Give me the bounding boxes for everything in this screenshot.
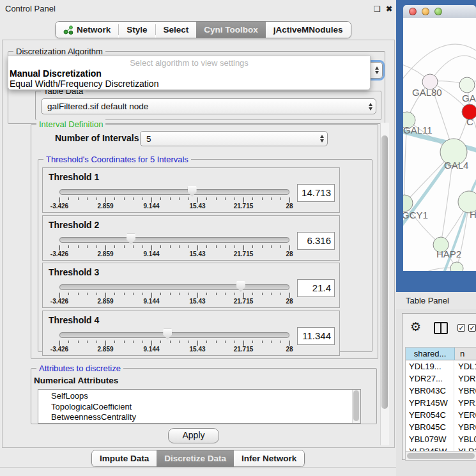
- gear-icon[interactable]: ⚙: [410, 321, 421, 333]
- table-row[interactable]: YBL079W YBL0: [406, 433, 476, 445]
- threshold-slider[interactable]: [59, 189, 289, 195]
- minimize-traffic-light[interactable]: [422, 8, 429, 15]
- slider-ticks: [59, 245, 289, 250]
- close-icon[interactable]: ✖: [386, 4, 392, 13]
- threshold-value[interactable]: 14.713: [297, 184, 335, 202]
- dropdown-item-manual-discretization[interactable]: Manual Discretization: [8, 68, 370, 79]
- tab-style[interactable]: Style: [119, 22, 155, 38]
- bottom-tab-bar: Impute Data Discretize Data Infer Networ…: [91, 450, 305, 467]
- slider-track[interactable]: [59, 237, 289, 243]
- tab-network[interactable]: Network: [56, 22, 118, 38]
- panel-title: Control Panel: [5, 4, 56, 13]
- threshold-value[interactable]: 21.4: [297, 279, 335, 297]
- slider-ticks: [59, 293, 289, 298]
- main-scrollbar[interactable]: [380, 123, 389, 445]
- network-node-label: GAL4: [444, 160, 468, 171]
- close-traffic-light[interactable]: [409, 8, 417, 15]
- network-canvas: GAL80GACGAL11GAL4GCY1HHAP2: [403, 18, 476, 271]
- network-node-node-top-right[interactable]: [459, 77, 475, 93]
- table-row[interactable]: YBR045C YBR0: [406, 421, 476, 433]
- table-data-combobox[interactable]: galFiltered.sif default node: [41, 98, 376, 114]
- checkbox-icon[interactable]: ✓: [457, 324, 465, 332]
- table-header-row: shared... n: [406, 348, 476, 360]
- threshold-label: Threshold 1: [49, 172, 99, 182]
- threshold-slider[interactable]: [59, 284, 289, 290]
- threshold-slider[interactable]: [59, 237, 289, 243]
- tab-select[interactable]: Select: [156, 22, 197, 38]
- table-cell-shared-name: YBL079W: [406, 433, 454, 445]
- column-header-name[interactable]: n: [455, 348, 476, 360]
- tab-discretize-data[interactable]: Discretize Data: [157, 450, 234, 466]
- dropdown-placeholder-item[interactable]: Select algorithm to view settings: [8, 58, 370, 68]
- slider-ticks: [59, 341, 289, 346]
- slider-track[interactable]: [59, 189, 289, 195]
- table-panel-box: ⚙ ✓ ✓ shared... n YDL19... YDL1 YDR27...…: [402, 313, 476, 460]
- network-node-label: GA: [462, 93, 476, 104]
- attributes-list-scrollbar[interactable]: [352, 390, 360, 423]
- control-panel: Control Panel ❑ ✖ Network Style: [0, 0, 396, 476]
- list-item[interactable]: TopologicalCoefficient: [38, 402, 360, 413]
- tab-jactivemnodules-label: jActiveMNodules: [273, 25, 343, 35]
- dropdown-item-equal-width[interactable]: Equal Width/Frequency Discretization: [8, 79, 370, 89]
- table-horizontal-scrollbar-thumb[interactable]: [407, 453, 475, 459]
- checkbox-icon[interactable]: ✓: [468, 324, 476, 332]
- network-view[interactable]: GAL80GACGAL11GAL4GCY1HHAP2: [403, 18, 476, 271]
- tab-jactivemnodules[interactable]: jActiveMNodules: [266, 22, 351, 38]
- slider-track[interactable]: [59, 284, 289, 290]
- table-cell-shared-name: YBR045C: [406, 421, 454, 433]
- table-cell-name: YBR0: [454, 385, 476, 397]
- threshold-slider[interactable]: [59, 332, 289, 338]
- tab-infer-network[interactable]: Infer Network: [234, 450, 304, 466]
- numerical-attributes-label: Numerical Attributes: [34, 376, 118, 385]
- network-icon: [63, 25, 73, 35]
- numerical-attributes-list[interactable]: SelfLoops TopologicalCoefficient Between…: [38, 389, 361, 424]
- tick-labels: -3.4262.8599.14415.4321.71528: [59, 203, 289, 210]
- main-scrollbar-thumb[interactable]: [381, 135, 388, 409]
- tab-cyni-toolbox[interactable]: Cyni Toolbox: [196, 22, 266, 38]
- tab-style-label: Style: [127, 25, 147, 35]
- slider-track[interactable]: [59, 332, 289, 338]
- tab-select-label: Select: [164, 25, 189, 35]
- table-row[interactable]: YPR145W YPR1: [406, 397, 476, 409]
- table-row[interactable]: YDL19... YDL1: [406, 360, 476, 372]
- tab-impute-data-label: Impute Data: [100, 454, 149, 463]
- column-header-shared-name[interactable]: shared...: [406, 348, 455, 360]
- threshold-value[interactable]: 6.316: [297, 232, 335, 250]
- table-data-value: galFiltered.sif default node: [42, 102, 365, 111]
- number-of-intervals-combobox[interactable]: 5: [140, 131, 328, 146]
- table-cell-shared-name: YDR27...: [406, 372, 454, 385]
- table-horizontal-scrollbar[interactable]: [406, 451, 476, 460]
- table-row[interactable]: YBR043C YBR0: [406, 385, 476, 397]
- apply-button[interactable]: Apply: [168, 428, 219, 443]
- table-row[interactable]: YER054C YER0: [406, 409, 476, 421]
- tab-infer-network-label: Infer Network: [242, 454, 296, 463]
- divider: [0, 467, 396, 468]
- attributes-list-scrollbar-thumb[interactable]: [353, 390, 359, 421]
- slider-handle[interactable]: [127, 234, 135, 245]
- table-cell-name: YER0: [454, 409, 476, 421]
- tick-labels: -3.4262.8599.14415.4321.71528: [59, 250, 289, 258]
- slider-handle[interactable]: [188, 186, 197, 197]
- interval-definition-group: Interval Definition Number of Intervals …: [31, 124, 378, 359]
- split-columns-icon[interactable]: [434, 322, 448, 334]
- list-item[interactable]: SelfLoops: [38, 391, 360, 402]
- zoom-traffic-light[interactable]: [434, 8, 442, 15]
- tab-impute-data[interactable]: Impute Data: [92, 450, 157, 466]
- slider-handle[interactable]: [236, 281, 245, 292]
- table-panel-header: Table Panel: [396, 292, 476, 310]
- float-window-icon[interactable]: ❑: [374, 4, 381, 13]
- network-node-node-bottom[interactable]: [450, 262, 463, 271]
- network-node-label: HAP2: [436, 249, 461, 259]
- list-item[interactable]: BetweennessCentrality: [38, 412, 360, 423]
- attributes-group: Attributes to discretize Numerical Attri…: [31, 368, 377, 424]
- tick-labels: -3.4262.8599.14415.4321.71528: [59, 346, 289, 353]
- table-rows: YDL19... YDL1 YDR27... YDR2 YBR043C YBR0…: [406, 360, 476, 461]
- network-window-titlebar[interactable]: [403, 5, 476, 19]
- threshold-panel: Threshold 2 -3.4262.8599.14415.4321.7152…: [42, 215, 340, 261]
- table-cell-name: YBR0: [454, 421, 476, 433]
- network-edge[interactable]: [403, 268, 457, 271]
- slider-handle[interactable]: [163, 329, 172, 340]
- table-panel-title: Table Panel: [406, 296, 449, 305]
- table-row[interactable]: YDR27... YDR2: [406, 372, 476, 385]
- threshold-value[interactable]: 11.344: [297, 327, 335, 345]
